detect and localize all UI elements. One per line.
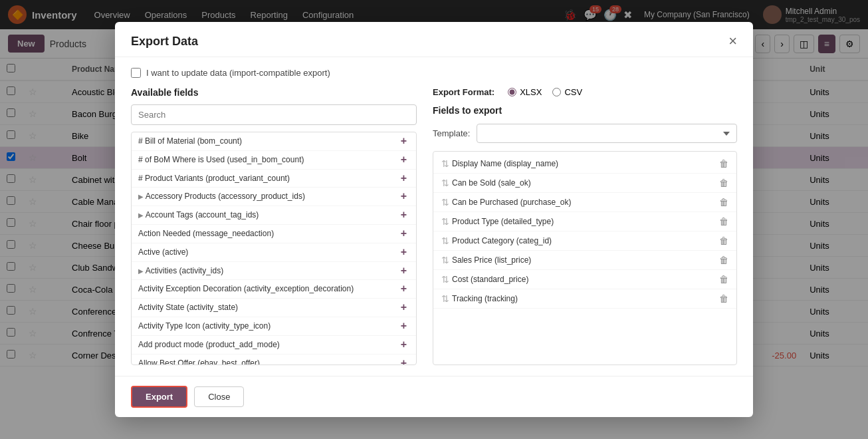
format-xlsx-label: XLSX <box>520 87 542 97</box>
field-item-label: Activities (activity_ids) <box>138 265 398 277</box>
drag-handle-icon[interactable]: ⇅ <box>441 255 449 265</box>
template-label: Template: <box>433 128 470 138</box>
export-field-delete-button[interactable]: 🗑 <box>719 197 728 208</box>
field-add-button[interactable]: + <box>398 283 409 294</box>
modal-body: I want to update data (import-compatible… <box>115 57 753 376</box>
field-add-button[interactable]: + <box>398 136 409 146</box>
export-field-delete-button[interactable]: 🗑 <box>719 235 728 246</box>
drag-handle-icon[interactable]: ⇅ <box>441 158 449 169</box>
drag-handle-icon[interactable]: ⇅ <box>441 235 449 246</box>
format-xlsx-radio[interactable] <box>508 88 516 96</box>
available-field-item[interactable]: Activity Exception Decoration (activity_… <box>132 280 416 299</box>
export-field-delete-button[interactable]: 🗑 <box>719 216 728 227</box>
available-field-item[interactable]: # Bill of Material (bom_count) + <box>132 132 416 151</box>
available-field-item[interactable]: Activity State (activity_state) + <box>132 299 416 317</box>
export-field-delete-button[interactable]: 🗑 <box>719 293 728 304</box>
field-add-button[interactable]: + <box>398 247 409 257</box>
export-field-label: ⇅ Product Type (detailed_type) <box>441 216 554 227</box>
export-field-label: ⇅ Cost (standard_price) <box>441 274 528 285</box>
export-field-label: ⇅ Product Category (categ_id) <box>441 235 552 246</box>
field-item-label: # Product Variants (product_variant_coun… <box>138 173 398 184</box>
export-field-item: ⇅ Sales Price (list_price) 🗑 <box>433 251 736 270</box>
export-field-label: ⇅ Sales Price (list_price) <box>441 255 531 265</box>
available-field-item[interactable]: Accessory Products (accessory_product_id… <box>132 188 416 206</box>
drag-handle-icon[interactable]: ⇅ <box>441 274 449 285</box>
export-field-delete-button[interactable]: 🗑 <box>719 158 728 169</box>
available-field-item[interactable]: Action Needed (message_needaction) + <box>132 225 416 243</box>
export-field-item: ⇅ Can be Sold (sale_ok) 🗑 <box>433 174 736 193</box>
field-item-label: Allow Best Offer (ebay_best_offer) <box>138 358 398 365</box>
field-item-label: # of BoM Where is Used (used_in_bom_coun… <box>138 154 398 166</box>
field-item-label: Activity Exception Decoration (activity_… <box>138 283 398 295</box>
field-add-button[interactable]: + <box>398 154 409 165</box>
fields-list-container: # Bill of Material (bom_count) + # of Bo… <box>131 132 417 365</box>
modal-close-button[interactable]: × <box>728 34 737 49</box>
export-field-label: ⇅ Tracking (tracking) <box>441 293 518 304</box>
format-radio-group: XLSX CSV <box>508 87 582 97</box>
field-item-label: Active (active) <box>138 247 398 258</box>
field-item-label: Activity Type Icon (activity_type_icon) <box>138 321 398 332</box>
available-field-item[interactable]: Active (active) + <box>132 243 416 262</box>
format-xlsx-option[interactable]: XLSX <box>508 87 542 97</box>
export-field-item: ⇅ Can be Purchased (purchase_ok) 🗑 <box>433 193 736 212</box>
field-add-button[interactable]: + <box>398 228 409 239</box>
export-field-item: ⇅ Product Type (detailed_type) 🗑 <box>433 212 736 231</box>
export-button[interactable]: Export <box>131 386 187 408</box>
close-modal-button[interactable]: Close <box>194 386 244 407</box>
available-field-item[interactable]: Account Tags (account_tag_ids) + <box>132 206 416 225</box>
export-field-item: ⇅ Product Category (categ_id) 🗑 <box>433 231 736 251</box>
export-field-item: ⇅ Cost (standard_price) 🗑 <box>433 270 736 289</box>
export-field-delete-button[interactable]: 🗑 <box>719 274 728 285</box>
available-field-item[interactable]: Activities (activity_ids) + <box>132 262 416 281</box>
import-check-checkbox[interactable] <box>131 68 141 78</box>
export-field-delete-button[interactable]: 🗑 <box>719 178 728 188</box>
drag-handle-icon[interactable]: ⇅ <box>441 197 449 208</box>
format-csv-radio[interactable] <box>552 88 561 96</box>
export-field-item: ⇅ Tracking (tracking) 🗑 <box>433 289 736 309</box>
available-field-item[interactable]: # of BoM Where is Used (used_in_bom_coun… <box>132 151 416 170</box>
format-csv-option[interactable]: CSV <box>552 87 582 97</box>
drag-handle-icon[interactable]: ⇅ <box>441 293 449 304</box>
modal-footer: Export Close <box>115 376 753 417</box>
field-item-label: # Bill of Material (bom_count) <box>138 136 398 147</box>
modal-backdrop[interactable]: Export Data × I want to update data (imp… <box>0 0 868 439</box>
template-select[interactable] <box>477 124 737 143</box>
field-add-button[interactable]: + <box>398 302 409 313</box>
format-csv-label: CSV <box>564 87 582 97</box>
field-item-label: Add product mode (product_add_mode) <box>138 339 398 351</box>
template-row: Template: <box>433 124 737 143</box>
import-check-row: I want to update data (import-compatible… <box>131 68 737 78</box>
available-fields-list: # Bill of Material (bom_count) + # of Bo… <box>132 132 416 365</box>
available-field-item[interactable]: # Product Variants (product_variant_coun… <box>132 170 416 188</box>
field-item-label: Action Needed (message_needaction) <box>138 228 398 239</box>
format-label: Export Format: <box>433 87 494 97</box>
available-field-item[interactable]: Allow Best Offer (ebay_best_offer) + <box>132 355 416 365</box>
drag-handle-icon[interactable]: ⇅ <box>441 178 449 188</box>
fields-to-export-panel: Export Format: XLSX CSV <box>433 87 737 365</box>
import-check-label: I want to update data (import-compatible… <box>146 68 330 78</box>
export-field-label: ⇅ Can be Purchased (purchase_ok) <box>441 197 571 208</box>
field-add-button[interactable]: + <box>398 358 409 365</box>
field-add-button[interactable]: + <box>398 173 409 184</box>
modal-title: Export Data <box>131 35 198 49</box>
fields-search-input[interactable] <box>131 104 417 125</box>
available-field-item[interactable]: Activity Type Icon (activity_type_icon) … <box>132 317 416 336</box>
field-add-button[interactable]: + <box>398 265 409 276</box>
export-dialog: Export Data × I want to update data (imp… <box>115 22 753 417</box>
field-add-button[interactable]: + <box>398 339 409 350</box>
field-add-button[interactable]: + <box>398 321 409 331</box>
drag-handle-icon[interactable]: ⇅ <box>441 216 449 227</box>
export-field-delete-button[interactable]: 🗑 <box>719 255 728 265</box>
available-fields-title: Available fields <box>131 87 417 98</box>
modal-columns: Available fields # Bill of Material (bom… <box>131 87 737 365</box>
field-add-button[interactable]: + <box>398 191 409 202</box>
export-format-row: Export Format: XLSX CSV <box>433 87 737 97</box>
export-fields-list: ⇅ Display Name (display_name) 🗑 ⇅ Can be… <box>433 151 737 365</box>
export-field-item: ⇅ Display Name (display_name) 🗑 <box>433 154 736 174</box>
export-field-label: ⇅ Can be Sold (sale_ok) <box>441 178 531 188</box>
field-add-button[interactable]: + <box>398 210 409 220</box>
available-field-item[interactable]: Add product mode (product_add_mode) + <box>132 336 416 355</box>
modal-header: Export Data × <box>115 22 753 57</box>
field-item-label: Account Tags (account_tag_ids) <box>138 210 398 221</box>
field-item-label: Activity State (activity_state) <box>138 302 398 313</box>
